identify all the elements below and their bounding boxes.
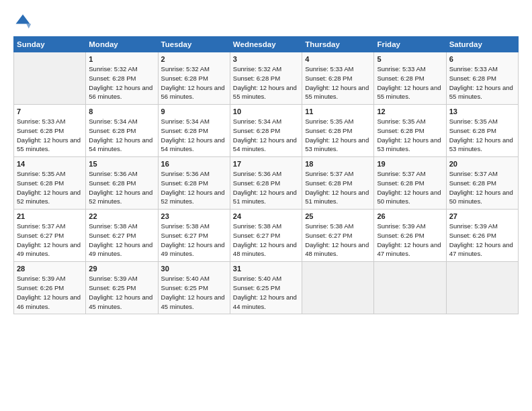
calendar-cell: 18Sunrise: 5:37 AMSunset: 6:28 PMDayligh… [302, 157, 374, 210]
calendar-cell [446, 262, 518, 314]
calendar-cell: 7Sunrise: 5:33 AMSunset: 6:28 PMDaylight… [14, 105, 86, 157]
calendar-cell: 1Sunrise: 5:32 AMSunset: 6:28 PMDaylight… [86, 52, 158, 105]
calendar-cell: 27Sunrise: 5:39 AMSunset: 6:26 PMDayligh… [446, 210, 518, 262]
calendar-cell: 19Sunrise: 5:37 AMSunset: 6:28 PMDayligh… [374, 157, 446, 210]
calendar-cell: 8Sunrise: 5:34 AMSunset: 6:28 PMDaylight… [86, 105, 158, 157]
col-saturday: Saturday [446, 37, 518, 52]
calendar-cell [302, 262, 374, 314]
header [13, 12, 519, 31]
cell-info: Sunrise: 5:37 AMSunset: 6:27 PMDaylight:… [17, 222, 81, 257]
cell-info: Sunrise: 5:37 AMSunset: 6:28 PMDaylight:… [305, 170, 369, 205]
calendar-cell: 25Sunrise: 5:38 AMSunset: 6:27 PMDayligh… [302, 210, 374, 262]
cell-info: Sunrise: 5:32 AMSunset: 6:28 PMDaylight:… [233, 65, 297, 100]
cell-info: Sunrise: 5:38 AMSunset: 6:27 PMDaylight:… [305, 222, 369, 257]
cell-info: Sunrise: 5:37 AMSunset: 6:28 PMDaylight:… [377, 170, 441, 205]
logo [13, 12, 35, 31]
day-number: 26 [377, 212, 443, 220]
calendar-cell: 29Sunrise: 5:39 AMSunset: 6:25 PMDayligh… [86, 262, 158, 314]
day-number: 15 [89, 160, 154, 168]
week-row-3: 14Sunrise: 5:35 AMSunset: 6:28 PMDayligh… [14, 157, 519, 210]
cell-info: Sunrise: 5:37 AMSunset: 6:28 PMDaylight:… [449, 170, 513, 205]
day-number: 20 [449, 160, 515, 168]
cell-info: Sunrise: 5:32 AMSunset: 6:28 PMDaylight:… [89, 65, 152, 100]
cell-info: Sunrise: 5:35 AMSunset: 6:28 PMDaylight:… [377, 118, 441, 152]
calendar-cell: 28Sunrise: 5:39 AMSunset: 6:26 PMDayligh… [14, 262, 86, 314]
logo-icon [13, 12, 32, 31]
svg-marker-1 [26, 24, 31, 29]
calendar-cell: 21Sunrise: 5:37 AMSunset: 6:27 PMDayligh… [14, 210, 86, 262]
day-number: 24 [233, 212, 299, 220]
calendar-cell [374, 262, 446, 314]
day-number: 12 [377, 107, 443, 116]
col-friday: Friday [374, 37, 446, 52]
calendar-cell: 17Sunrise: 5:36 AMSunset: 6:28 PMDayligh… [230, 157, 302, 210]
calendar-cell: 4Sunrise: 5:33 AMSunset: 6:28 PMDaylight… [302, 52, 374, 105]
calendar-cell: 10Sunrise: 5:34 AMSunset: 6:28 PMDayligh… [230, 105, 302, 157]
cell-info: Sunrise: 5:38 AMSunset: 6:27 PMDaylight:… [89, 222, 152, 257]
day-number: 21 [17, 212, 83, 220]
day-number: 19 [377, 160, 443, 168]
calendar-cell: 16Sunrise: 5:36 AMSunset: 6:28 PMDayligh… [158, 157, 230, 210]
svg-marker-0 [16, 15, 30, 24]
day-number: 29 [89, 265, 154, 273]
cell-info: Sunrise: 5:39 AMSunset: 6:26 PMDaylight:… [377, 222, 441, 257]
cell-info: Sunrise: 5:35 AMSunset: 6:28 PMDaylight:… [17, 170, 81, 205]
day-number: 1 [89, 55, 154, 63]
week-row-4: 21Sunrise: 5:37 AMSunset: 6:27 PMDayligh… [14, 210, 519, 262]
cell-info: Sunrise: 5:35 AMSunset: 6:28 PMDaylight:… [449, 118, 513, 152]
day-number: 8 [89, 107, 154, 116]
day-number: 16 [161, 160, 227, 168]
day-number: 22 [89, 212, 154, 220]
cell-info: Sunrise: 5:33 AMSunset: 6:28 PMDaylight:… [449, 65, 513, 100]
calendar-cell: 23Sunrise: 5:38 AMSunset: 6:27 PMDayligh… [158, 210, 230, 262]
calendar-cell: 26Sunrise: 5:39 AMSunset: 6:26 PMDayligh… [374, 210, 446, 262]
day-number: 25 [305, 212, 371, 220]
cell-info: Sunrise: 5:35 AMSunset: 6:28 PMDaylight:… [305, 118, 369, 152]
day-number: 3 [233, 55, 299, 63]
cell-info: Sunrise: 5:33 AMSunset: 6:28 PMDaylight:… [377, 65, 441, 100]
cell-info: Sunrise: 5:32 AMSunset: 6:28 PMDaylight:… [161, 65, 225, 100]
col-sunday: Sunday [14, 37, 86, 52]
week-row-5: 28Sunrise: 5:39 AMSunset: 6:26 PMDayligh… [14, 262, 519, 314]
col-tuesday: Tuesday [158, 37, 230, 52]
week-row-1: 1Sunrise: 5:32 AMSunset: 6:28 PMDaylight… [14, 52, 519, 105]
day-number: 27 [449, 212, 515, 220]
day-number: 23 [161, 212, 227, 220]
day-number: 2 [161, 55, 227, 63]
cell-info: Sunrise: 5:36 AMSunset: 6:28 PMDaylight:… [89, 170, 152, 205]
calendar-cell: 14Sunrise: 5:35 AMSunset: 6:28 PMDayligh… [14, 157, 86, 210]
cell-info: Sunrise: 5:38 AMSunset: 6:27 PMDaylight:… [161, 222, 225, 257]
calendar-cell: 9Sunrise: 5:34 AMSunset: 6:28 PMDaylight… [158, 105, 230, 157]
day-number: 5 [377, 55, 443, 63]
day-number: 28 [17, 265, 83, 273]
calendar-cell: 31Sunrise: 5:40 AMSunset: 6:25 PMDayligh… [230, 262, 302, 314]
day-number: 10 [233, 107, 299, 116]
cell-info: Sunrise: 5:38 AMSunset: 6:27 PMDaylight:… [233, 222, 297, 257]
cell-info: Sunrise: 5:33 AMSunset: 6:28 PMDaylight:… [17, 118, 81, 152]
calendar-cell [14, 52, 86, 105]
calendar-cell: 3Sunrise: 5:32 AMSunset: 6:28 PMDaylight… [230, 52, 302, 105]
day-number: 6 [449, 55, 515, 63]
day-number: 9 [161, 107, 227, 116]
cell-info: Sunrise: 5:34 AMSunset: 6:28 PMDaylight:… [161, 118, 225, 152]
cell-info: Sunrise: 5:36 AMSunset: 6:28 PMDaylight:… [161, 170, 225, 205]
cell-info: Sunrise: 5:40 AMSunset: 6:25 PMDaylight:… [233, 275, 297, 310]
cell-info: Sunrise: 5:39 AMSunset: 6:26 PMDaylight:… [17, 275, 81, 310]
day-number: 7 [17, 107, 83, 116]
cell-info: Sunrise: 5:40 AMSunset: 6:25 PMDaylight:… [161, 275, 225, 310]
calendar-cell: 2Sunrise: 5:32 AMSunset: 6:28 PMDaylight… [158, 52, 230, 105]
calendar-cell: 22Sunrise: 5:38 AMSunset: 6:27 PMDayligh… [86, 210, 158, 262]
calendar-body: 1Sunrise: 5:32 AMSunset: 6:28 PMDaylight… [14, 52, 519, 314]
calendar-cell: 11Sunrise: 5:35 AMSunset: 6:28 PMDayligh… [302, 105, 374, 157]
calendar-cell: 5Sunrise: 5:33 AMSunset: 6:28 PMDaylight… [374, 52, 446, 105]
col-monday: Monday [86, 37, 158, 52]
page: Sunday Monday Tuesday Wednesday Thursday… [0, 0, 532, 411]
calendar-cell: 6Sunrise: 5:33 AMSunset: 6:28 PMDaylight… [446, 52, 518, 105]
col-thursday: Thursday [302, 37, 374, 52]
calendar-cell: 20Sunrise: 5:37 AMSunset: 6:28 PMDayligh… [446, 157, 518, 210]
day-number: 11 [305, 107, 371, 116]
week-row-2: 7Sunrise: 5:33 AMSunset: 6:28 PMDaylight… [14, 105, 519, 157]
cell-info: Sunrise: 5:39 AMSunset: 6:26 PMDaylight:… [449, 222, 513, 257]
cell-info: Sunrise: 5:34 AMSunset: 6:28 PMDaylight:… [233, 118, 297, 152]
day-number: 17 [233, 160, 299, 168]
